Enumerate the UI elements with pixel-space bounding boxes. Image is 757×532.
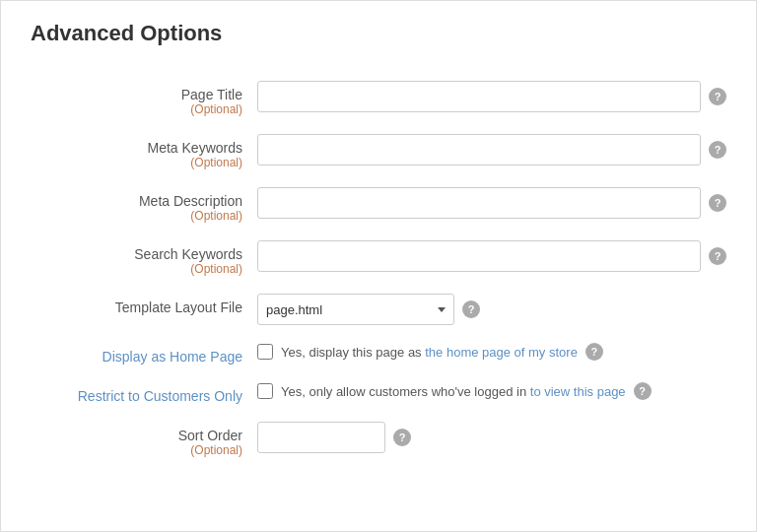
meta-description-control-group: ? — [257, 187, 726, 219]
template-layout-select[interactable]: page.html default.html home.html — [257, 294, 454, 325]
meta-keywords-control-group: ? — [257, 134, 726, 166]
page-title-help-icon[interactable]: ? — [709, 88, 726, 105]
meta-description-label-group: Meta Description (Optional) — [31, 187, 257, 223]
search-keywords-label: Search Keywords — [31, 246, 242, 262]
advanced-options-panel: Advanced Options Page Title (Optional) ?… — [0, 0, 757, 532]
search-keywords-input[interactable] — [257, 240, 701, 272]
template-layout-row: Template Layout File page.html default.h… — [31, 294, 726, 325]
page-title-label: Page Title — [31, 87, 242, 102]
page-title-label-group: Page Title (Optional) — [31, 81, 257, 116]
sort-order-control-group: ? — [257, 422, 726, 453]
restrict-customers-help-icon[interactable]: ? — [634, 382, 652, 400]
template-layout-label: Template Layout File — [31, 299, 242, 315]
search-keywords-label-group: Search Keywords (Optional) — [31, 240, 257, 276]
meta-keywords-optional: (Optional) — [31, 156, 242, 169]
sort-order-label: Sort Order — [31, 428, 242, 443]
meta-keywords-label: Meta Keywords — [31, 140, 242, 156]
search-keywords-optional: (Optional) — [31, 262, 242, 276]
display-home-page-help-icon[interactable]: ? — [585, 343, 603, 361]
sort-order-help-icon[interactable]: ? — [393, 429, 411, 446]
search-keywords-row: Search Keywords (Optional) ? — [31, 240, 726, 276]
restrict-customers-row: Restrict to Customers Only Yes, only all… — [31, 382, 726, 404]
sort-order-input[interactable] — [257, 422, 385, 453]
display-home-page-label: Display as Home Page — [31, 349, 242, 365]
restrict-customers-label: Restrict to Customers Only — [31, 388, 242, 404]
display-home-page-label-group: Display as Home Page — [31, 343, 257, 365]
page-title: Advanced Options — [31, 21, 726, 56]
restrict-customers-label-group: Restrict to Customers Only — [31, 382, 257, 404]
search-keywords-control-group: ? — [257, 240, 726, 272]
display-home-page-row: Display as Home Page Yes, display this p… — [31, 343, 726, 365]
display-home-page-checkbox[interactable] — [257, 344, 273, 360]
meta-description-row: Meta Description (Optional) ? — [31, 187, 726, 223]
page-title-input[interactable] — [257, 81, 701, 112]
display-home-page-control-group: Yes, display this page as the home page … — [257, 343, 726, 361]
restrict-customers-checkbox[interactable] — [257, 383, 273, 399]
meta-keywords-help-icon[interactable]: ? — [709, 141, 726, 159]
template-layout-control-group: page.html default.html home.html ? — [257, 294, 726, 325]
meta-description-help-icon[interactable]: ? — [709, 194, 726, 212]
page-title-row: Page Title (Optional) ? — [31, 81, 726, 116]
page-title-control-group: ? — [257, 81, 726, 112]
template-layout-help-icon[interactable]: ? — [462, 300, 480, 318]
meta-description-optional: (Optional) — [31, 209, 242, 223]
sort-order-optional: (Optional) — [31, 443, 242, 457]
meta-keywords-row: Meta Keywords (Optional) ? — [31, 134, 726, 169]
template-layout-label-group: Template Layout File — [31, 294, 257, 315]
meta-description-label: Meta Description — [31, 193, 242, 209]
meta-keywords-input[interactable] — [257, 134, 701, 166]
meta-keywords-label-group: Meta Keywords (Optional) — [31, 134, 257, 169]
page-title-optional: (Optional) — [31, 102, 242, 116]
meta-description-input[interactable] — [257, 187, 701, 219]
display-home-page-link-text: the home page of my store — [425, 345, 578, 360]
restrict-customers-link-text: to view this page — [530, 384, 626, 399]
sort-order-row: Sort Order (Optional) ? — [31, 422, 726, 457]
restrict-customers-checkbox-label: Yes, only allow customers who've logged … — [281, 384, 626, 399]
restrict-customers-control-group: Yes, only allow customers who've logged … — [257, 382, 726, 400]
display-home-page-checkbox-label: Yes, display this page as the home page … — [281, 345, 578, 360]
sort-order-label-group: Sort Order (Optional) — [31, 422, 257, 457]
search-keywords-help-icon[interactable]: ? — [709, 247, 726, 265]
